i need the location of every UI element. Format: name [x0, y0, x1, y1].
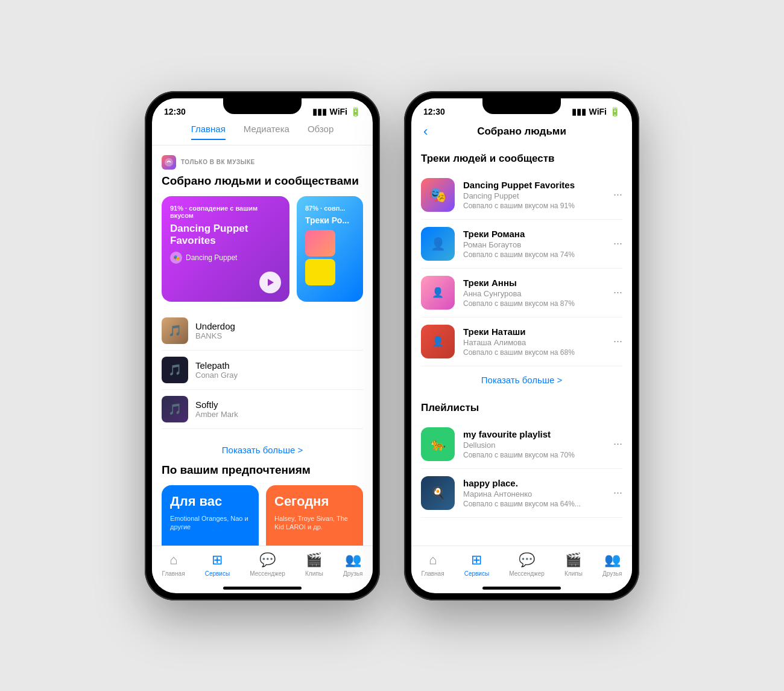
tab-home[interactable]: Главная	[191, 124, 226, 140]
tab-library[interactable]: Медиатека	[244, 124, 289, 140]
list-info-playlist1: my favourite playlist Dellusion Совпало …	[463, 429, 605, 459]
section2-label: Плейлисты	[421, 393, 622, 420]
track-info-underdog: Underdog BANKS	[195, 321, 363, 340]
tracks-list: 🎵 Underdog BANKS 🎵	[162, 311, 363, 429]
thumb-roman: 👤	[421, 227, 455, 261]
card-main-author: 🎭 Dancing Puppet	[170, 252, 281, 264]
tab-browse[interactable]: Обзор	[308, 124, 334, 140]
thumb-natasha: 👤	[421, 325, 455, 358]
card-sec-percent: 87% · совп...	[305, 205, 355, 212]
back-button[interactable]: ‹	[423, 124, 428, 139]
list-info-roman: Треки Романа Роман Богаутов Совпало с ва…	[463, 229, 605, 259]
list-item-playlist2[interactable]: 🍳 happy place. Марина Антоненко Совпало …	[421, 469, 622, 518]
pref-title-today: Сегодня	[274, 494, 355, 509]
show-more-1[interactable]: Показать больше >	[162, 436, 363, 463]
more-button-playlist1[interactable]: ···	[613, 438, 622, 450]
track-thumb-underdog: 🎵	[162, 317, 188, 344]
pref-card-foryou[interactable]: Для вас Emotional Oranges, Nao и другие	[162, 485, 259, 546]
nav-tabs: Главная Медиатека Обзор	[152, 116, 373, 145]
status-icons-2: ▮▮▮ WiFi 🔋	[572, 107, 620, 116]
pref-desc-foryou: Emotional Oranges, Nao и другие	[170, 514, 250, 532]
more-button-natasha[interactable]: ···	[613, 335, 622, 348]
phone-1: 12:30 ▮▮▮ WiFi 🔋 Главная Медиатека Обзор	[145, 91, 380, 600]
more-button-playlist2[interactable]: ···	[613, 486, 622, 499]
nav2-home[interactable]: ⌂ Главная	[422, 552, 444, 577]
more-button-anna[interactable]: ···	[613, 286, 622, 299]
list-item-anna[interactable]: 👤 Треки Анны Анна Сунгурова Совпало с ва…	[421, 269, 622, 317]
nav2-services[interactable]: ⊞ Сервисы	[464, 552, 489, 577]
cards-row: 91% · совпадение с вашим вкусом Dancing …	[162, 196, 363, 302]
bottom-nav-1: ⌂ Главная ⊞ Сервисы 💬 Мессенджер 🎬 Клипы	[152, 546, 373, 587]
track-row[interactable]: 🎵 Underdog BANKS	[162, 311, 363, 351]
vk-badge-text: ТОЛЬКО В ВК МУЗЫКЕ	[181, 159, 255, 165]
bottom-nav-2: ⌂ Главная ⊞ Сервисы 💬 Мессенджер 🎬 Клипы	[411, 546, 632, 587]
nav-home[interactable]: ⌂ Главная	[162, 552, 185, 577]
nav-clips[interactable]: 🎬 Клипы	[305, 552, 323, 577]
list-info-anna: Треки Анны Анна Сунгурова Совпало с ваши…	[463, 278, 605, 308]
section2-title: По вашим предпочтениям	[162, 463, 363, 477]
track-info-telepath: Telepath Conan Gray	[195, 360, 363, 380]
list-item-playlist1[interactable]: 🐆 my favourite playlist Dellusion Совпал…	[421, 420, 622, 469]
section1-label: Треки людей и сообществ	[421, 144, 622, 171]
card-sec-title: Треки Ро...	[305, 215, 355, 226]
thumb-anna: 👤	[421, 276, 455, 310]
list-item-roman[interactable]: 👤 Треки Романа Роман Богаутов Совпало с …	[421, 220, 622, 269]
nav-messenger[interactable]: 💬 Мессенджер	[250, 552, 285, 577]
home-indicator-2	[482, 587, 561, 590]
card-main-avatar: 🎭	[170, 252, 182, 264]
thumb-playlist2: 🍳	[421, 476, 455, 510]
more-button-dancing[interactable]: ···	[613, 188, 622, 201]
list-item-dancing[interactable]: 🎭 Dancing Puppet Favorites Dancing Puppe…	[421, 171, 622, 220]
list-info-natasha: Треки Наташи Наташа Алимова Совпало с ва…	[463, 326, 605, 357]
page-title: Собрано людьми	[477, 126, 566, 138]
nav-friends[interactable]: 👥 Друзья	[343, 552, 362, 577]
notch-2	[482, 98, 561, 114]
list-info-dancing: Dancing Puppet Favorites Dancing Puppet …	[463, 180, 605, 210]
track-row[interactable]: 🎵 Softly Amber Mark	[162, 390, 363, 429]
play-button[interactable]	[259, 272, 281, 293]
show-more-2[interactable]: Показать больше >	[421, 366, 622, 393]
track-thumb-telepath: 🎵	[162, 357, 188, 383]
nav2-messenger[interactable]: 💬 Мессенджер	[509, 552, 545, 577]
nav2-friends[interactable]: 👥 Друзья	[602, 552, 622, 577]
card-secondary[interactable]: 87% · совп... Треки Ро...	[297, 196, 363, 302]
track-thumb-softly: 🎵	[162, 396, 188, 422]
vk-badge: ТОЛЬКО В ВК МУЗЫКЕ	[162, 155, 363, 170]
card-sec-thumb2	[305, 259, 335, 285]
pref-title-foryou: Для вас	[170, 494, 250, 509]
card-main-title: Dancing Puppet Favorites	[170, 223, 281, 247]
pref-card-today[interactable]: Сегодня Halsey, Troye Sivan, The Kid LAR…	[266, 485, 363, 546]
card-main-percent: 91% · совпадение с вашим вкусом	[170, 205, 281, 219]
status-time-2: 12:30	[423, 107, 445, 116]
thumb-playlist1: 🐆	[421, 427, 455, 461]
card-main[interactable]: 91% · совпадение с вашим вкусом Dancing …	[162, 196, 289, 302]
thumb-dancing: 🎭	[421, 178, 455, 212]
list-info-playlist2: happy place. Марина Антоненко Совпало с …	[463, 478, 605, 508]
svg-point-0	[165, 158, 173, 167]
pref-cards: Для вас Emotional Oranges, Nao и другие …	[162, 485, 363, 546]
more-button-roman[interactable]: ···	[613, 237, 622, 250]
list-item-natasha[interactable]: 👤 Треки Наташи Наташа Алимова Совпало с …	[421, 317, 622, 366]
section1-title: Собрано людьми и сообществами	[162, 174, 363, 188]
status-time: 12:30	[164, 107, 186, 116]
scroll-area-1[interactable]: ТОЛЬКО В ВК МУЗЫКЕ Собрано людьми и сооб…	[152, 145, 373, 546]
nav2-clips[interactable]: 🎬 Клипы	[564, 552, 583, 577]
card-sec-thumb1	[305, 230, 335, 256]
play-icon	[268, 279, 274, 286]
nav-services[interactable]: ⊞ Сервисы	[205, 552, 230, 577]
track-info-softly: Softly Amber Mark	[195, 400, 363, 419]
notch	[223, 98, 302, 114]
pref-desc-today: Halsey, Troye Sivan, The Kid LAROI и др.	[274, 514, 355, 532]
phone-2: 12:30 ▮▮▮ WiFi 🔋 ‹ Собрано людьми Треки …	[404, 91, 639, 600]
scroll-area-2[interactable]: Треки людей и сообществ 🎭 Dancing Puppet…	[411, 144, 632, 546]
status-icons: ▮▮▮ WiFi 🔋	[312, 107, 361, 116]
vk-icon	[162, 155, 176, 170]
page-header: ‹ Собрано людьми	[411, 116, 632, 144]
home-indicator	[223, 587, 302, 590]
track-row[interactable]: 🎵 Telepath Conan Gray	[162, 351, 363, 390]
